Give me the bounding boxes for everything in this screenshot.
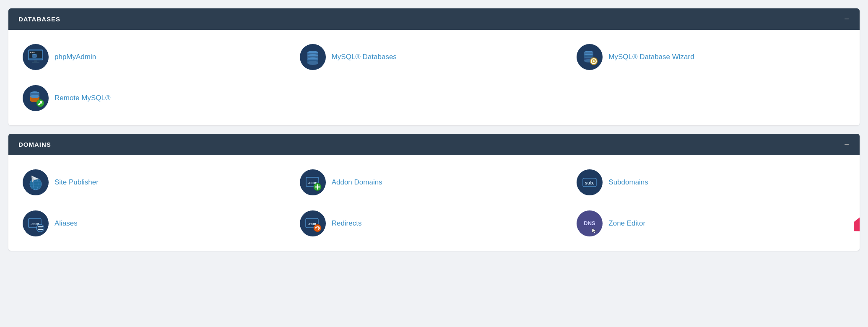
databases-section: DATABASES −	[8, 8, 860, 125]
svg-rect-9	[32, 62, 39, 63]
remote-mysql-item[interactable]: Remote MySQL®	[18, 83, 296, 114]
domains-collapse-button[interactable]: −	[844, 140, 850, 149]
redirects-item[interactable]: .com Redirects	[296, 208, 573, 239]
mysql-databases-icon	[300, 44, 326, 70]
mysql-databases-label: MySQL® Databases	[332, 53, 397, 61]
databases-collapse-button[interactable]: −	[844, 14, 850, 24]
domains-header: DOMAINS −	[8, 134, 860, 155]
subdomains-item[interactable]: sub. Subdomains	[572, 167, 850, 198]
mysql-wizard-icon	[577, 44, 603, 70]
svg-point-2	[30, 52, 31, 53]
databases-title: DATABASES	[18, 16, 60, 23]
zone-editor-label: Zone Editor	[608, 219, 645, 228]
redirects-label: Redirects	[332, 219, 362, 228]
remote-mysql-icon	[23, 85, 49, 111]
aliases-label: Aliases	[55, 219, 78, 228]
mysql-databases-item[interactable]: MySQL® Databases	[296, 42, 573, 73]
domains-body: Site Publisher .com Addon Domains	[8, 155, 860, 251]
svg-text:sub.: sub.	[585, 180, 595, 185]
svg-point-32	[30, 95, 39, 98]
svg-point-56	[314, 224, 321, 232]
svg-text:DNS: DNS	[584, 220, 596, 226]
domains-section: DOMAINS − Site Publisher	[8, 134, 860, 251]
phpmyadmin-label: phpMyAdmin	[55, 53, 96, 61]
phpmyadmin-item[interactable]: phpMyAdmin	[18, 42, 296, 73]
zone-editor-icon: DNS	[577, 210, 603, 236]
phpmyadmin-icon	[23, 44, 49, 70]
addon-domains-label: Addon Domains	[332, 178, 382, 187]
addon-domains-item[interactable]: .com Addon Domains	[296, 167, 573, 198]
svg-point-7	[32, 56, 37, 58]
aliases-item[interactable]: .com Aliases	[18, 208, 296, 239]
domains-title: DOMAINS	[18, 141, 51, 148]
svg-point-51	[36, 224, 44, 232]
site-publisher-icon	[23, 169, 49, 195]
svg-rect-8	[34, 60, 37, 62]
remote-mysql-label: Remote MySQL®	[55, 94, 110, 102]
svg-point-26	[593, 60, 595, 62]
aliases-icon: .com	[23, 210, 49, 236]
databases-body: phpMyAdmin MySQL® Databases	[8, 30, 860, 125]
redirects-icon: .com	[300, 210, 326, 236]
site-publisher-item[interactable]: Site Publisher	[18, 167, 296, 198]
mysql-wizard-label: MySQL® Database Wizard	[608, 53, 694, 61]
subdomains-icon: sub.	[577, 169, 603, 195]
databases-header: DATABASES −	[8, 8, 860, 30]
addon-domains-icon: .com	[300, 169, 326, 195]
zone-editor-arrow	[854, 215, 860, 232]
svg-point-16	[307, 61, 318, 65]
subdomains-label: Subdomains	[608, 178, 648, 187]
svg-point-3	[32, 52, 33, 53]
site-publisher-label: Site Publisher	[55, 178, 99, 187]
mysql-wizard-item[interactable]: MySQL® Database Wizard	[572, 42, 850, 73]
svg-point-4	[34, 52, 35, 53]
svg-point-34	[39, 103, 40, 105]
zone-editor-item[interactable]: DNS Zone Editor	[572, 208, 850, 239]
